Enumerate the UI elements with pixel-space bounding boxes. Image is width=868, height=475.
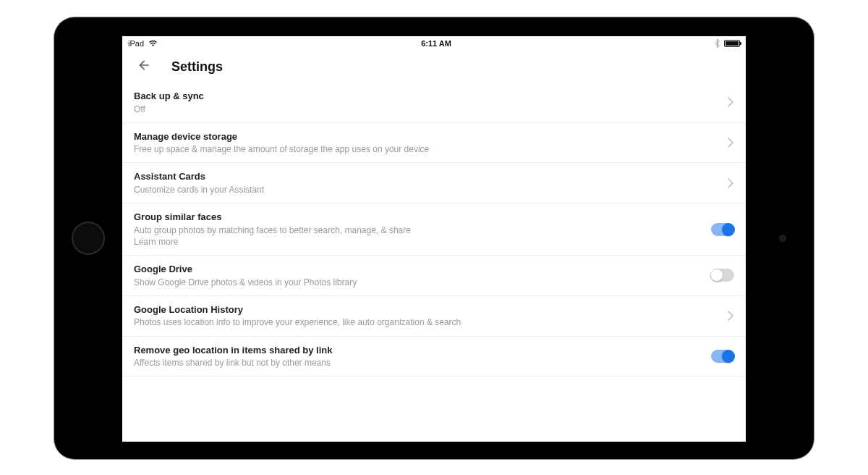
row-location-history[interactable]: Google Location History Photos uses loca…: [122, 296, 746, 337]
back-button[interactable]: [131, 54, 157, 80]
row-subtitle: Auto group photos by matching faces to b…: [134, 224, 702, 236]
row-title: Google Drive: [134, 263, 702, 276]
row-subtitle: Affects items shared by link but not by …: [134, 357, 702, 369]
toggle-group-faces[interactable]: [711, 223, 734, 236]
row-subtitle: Customize cards in your Assistant: [134, 184, 718, 196]
ipad-frame: iPad 6:11 AM: [54, 17, 814, 459]
front-camera: [779, 235, 786, 242]
row-title: Group similar faces: [134, 211, 702, 224]
row-title: Manage device storage: [134, 130, 718, 143]
chevron-right-icon: [727, 138, 734, 148]
toggle-google-drive[interactable]: [711, 269, 734, 282]
status-bar: iPad 6:11 AM: [122, 36, 746, 51]
battery-icon: [724, 40, 740, 47]
chevron-right-icon: [727, 97, 734, 107]
row-backup-sync[interactable]: Back up & sync Off: [122, 83, 746, 123]
row-subtitle: Free up space & manage the amount of sto…: [134, 143, 718, 155]
row-title: Assistant Cards: [134, 170, 718, 183]
row-group-similar-faces[interactable]: Group similar faces Auto group photos by…: [122, 203, 746, 256]
wifi-icon: [148, 40, 158, 47]
row-subtitle: Off: [134, 104, 718, 115]
settings-list: Back up & sync Off Manage device storage…: [122, 83, 746, 377]
arrow-left-icon: [137, 58, 151, 75]
row-title: Back up & sync: [134, 90, 718, 103]
row-google-drive[interactable]: Google Drive Show Google Drive photos & …: [122, 256, 746, 296]
row-subtitle: Photos uses location info to improve you…: [134, 316, 718, 328]
screen: iPad 6:11 AM: [122, 36, 746, 442]
app-header: Settings: [122, 51, 746, 83]
chevron-right-icon: [727, 311, 734, 321]
learn-more-link[interactable]: Learn more: [134, 236, 702, 248]
toggle-remove-geo[interactable]: [711, 350, 734, 363]
status-time: 6:11 AM: [421, 39, 451, 48]
home-button[interactable]: [72, 222, 105, 255]
chevron-right-icon: [727, 178, 734, 188]
row-assistant-cards[interactable]: Assistant Cards Customize cards in your …: [122, 163, 746, 203]
row-manage-storage[interactable]: Manage device storage Free up space & ma…: [122, 123, 746, 164]
bluetooth-icon: [715, 39, 720, 48]
status-carrier: iPad: [128, 39, 144, 48]
row-subtitle: Show Google Drive photos & videos in you…: [134, 277, 702, 288]
row-title: Remove geo location in items shared by l…: [134, 344, 702, 357]
page-title: Settings: [171, 59, 223, 75]
row-title: Google Location History: [134, 303, 718, 316]
row-remove-geo[interactable]: Remove geo location in items shared by l…: [122, 337, 746, 377]
